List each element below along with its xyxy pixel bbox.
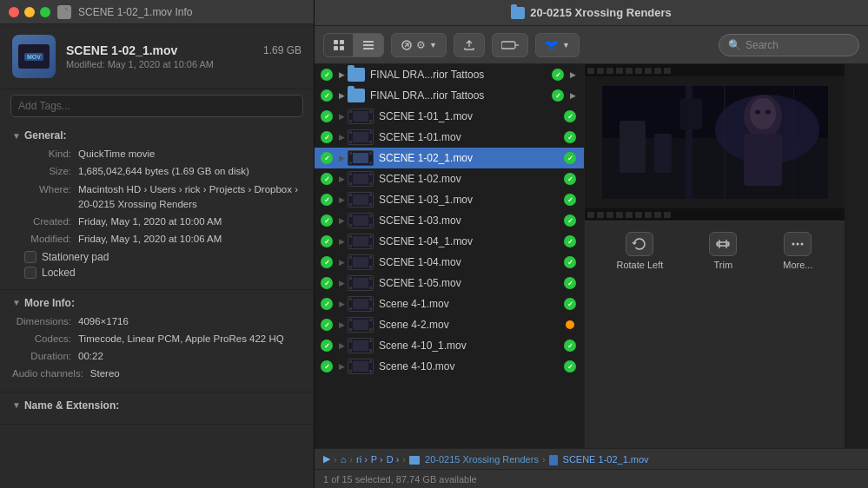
- svg-rect-83: [353, 340, 368, 351]
- close-button[interactable]: [9, 7, 19, 17]
- name-extension-title: Name & Extension:: [24, 399, 119, 412]
- finder-window-title: 20-0215 Xrossing Renders: [530, 6, 672, 19]
- svg-rect-89: [353, 361, 368, 372]
- duration-value: 00:22: [78, 349, 301, 364]
- status-icon-left: [320, 193, 334, 207]
- stationery-label: Stationery pad: [42, 251, 109, 263]
- svg-rect-50: [349, 245, 352, 247]
- list-item[interactable]: ▶SCENE 1-01.mov: [315, 127, 584, 148]
- view-mode-group: [323, 33, 384, 57]
- maximize-button[interactable]: [40, 7, 50, 17]
- finder-titlebar: 20-0215 Xrossing Renders: [315, 0, 868, 26]
- svg-rect-31: [349, 173, 352, 175]
- file-thumbnail: [348, 192, 374, 208]
- svg-rect-59: [353, 257, 368, 267]
- svg-rect-5: [363, 41, 374, 43]
- breadcrumb-p[interactable]: P ›: [371, 454, 383, 465]
- file-name-cell: SCENE 1-05.mov: [379, 277, 561, 289]
- status-icon-right: [561, 110, 579, 122]
- list-item[interactable]: ▶Scene 4-1.mov: [315, 293, 584, 314]
- status-icon-left: [320, 151, 334, 165]
- svg-rect-16: [353, 111, 368, 122]
- icon-view-button[interactable]: [324, 34, 354, 56]
- file-info-text: SCENE 1-02_1.mov 1.69 GB Modified: May 1…: [66, 43, 301, 69]
- list-item[interactable]: ▶SCENE 1-02_1.mov: [315, 148, 584, 168]
- svg-rect-12: [349, 110, 352, 113]
- list-item[interactable]: ▶SCENE 1-03.mov: [315, 210, 584, 231]
- svg-rect-77: [353, 320, 368, 330]
- stationery-row: Stationery pad: [24, 251, 301, 263]
- file-thumbnail: [348, 296, 374, 312]
- file-thumbnail: [348, 213, 374, 228]
- minimize-button[interactable]: [24, 7, 35, 17]
- status-icon-right: [549, 69, 567, 81]
- more-button[interactable]: More...: [783, 232, 812, 270]
- list-item[interactable]: ▶Scene 4-2.mov: [315, 314, 584, 335]
- svg-rect-68: [349, 307, 352, 310]
- locked-checkbox[interactable]: [24, 267, 36, 279]
- name-extension-header[interactable]: ▼ Name & Extension:: [12, 399, 301, 412]
- share-button[interactable]: [454, 33, 485, 57]
- list-item[interactable]: ▶SCENE 1-05.mov: [315, 273, 584, 293]
- expand-arrow-icon[interactable]: ▶: [335, 89, 348, 102]
- breadcrumb-ri[interactable]: ri ›: [356, 454, 368, 465]
- breadcrumb-root[interactable]: ⌂: [341, 454, 347, 465]
- codecs-row: Codecs: Timecode, Linear PCM, Apple ProR…: [12, 332, 301, 346]
- status-icon-right: [561, 340, 579, 352]
- svg-rect-51: [369, 235, 372, 238]
- more-info-header[interactable]: ▼ More Info:: [12, 297, 301, 309]
- svg-rect-69: [369, 298, 372, 300]
- action-button[interactable]: ⚙ ▼: [391, 33, 447, 57]
- svg-rect-71: [353, 299, 368, 309]
- list-item[interactable]: ▶SCENE 1-04_1.mov: [315, 231, 584, 252]
- expand-arrow-icon: ▶: [335, 152, 348, 164]
- expand-arrow-icon[interactable]: ▶: [335, 69, 348, 81]
- svg-rect-102: [724, 86, 726, 199]
- tags-field[interactable]: Add Tags...: [10, 95, 303, 117]
- file-name-cell: SCENE 1-02_1.mov: [379, 152, 561, 164]
- svg-rect-56: [349, 266, 352, 268]
- list-item[interactable]: ▶FINAL DRA...rior Tattoos▶: [315, 64, 584, 85]
- svg-rect-7: [363, 48, 374, 49]
- tag-button[interactable]: [492, 33, 528, 57]
- list-item[interactable]: ▶FINAL DRA...rior Tattoos▶: [315, 85, 584, 106]
- dropbox-button[interactable]: ▼: [535, 33, 580, 57]
- svg-rect-53: [353, 236, 368, 247]
- size-label: Size:: [12, 164, 71, 179]
- svg-rect-73: [349, 319, 352, 321]
- search-input[interactable]: [745, 39, 850, 51]
- breadcrumb-file[interactable]: SCENE 1-02_1.mov: [549, 454, 649, 465]
- file-icon: MOV: [12, 35, 56, 78]
- info-titlebar: SCENE 1-02_1.mov Info: [0, 0, 314, 24]
- breadcrumb-home[interactable]: ▶: [323, 453, 330, 465]
- list-view-button[interactable]: [354, 34, 383, 56]
- stationery-checkbox[interactable]: [24, 251, 36, 263]
- svg-rect-76: [369, 328, 372, 331]
- locked-label: Locked: [42, 267, 76, 279]
- status-icon-left: [320, 339, 334, 353]
- rotate-left-button[interactable]: Rotate Left: [616, 232, 663, 270]
- svg-point-109: [792, 243, 795, 246]
- list-item[interactable]: ▶Scene 4-10_1.mov: [315, 335, 584, 356]
- kind-row: Kind: QuickTime movie: [12, 147, 301, 162]
- trim-button[interactable]: Trim: [709, 232, 737, 270]
- general-section-header[interactable]: ▼ General:: [12, 129, 301, 142]
- list-item[interactable]: ▶Scene 4-10.mov: [315, 356, 584, 377]
- status-icon-left: [320, 68, 334, 82]
- status-icon-right: [561, 235, 579, 247]
- where-row: Where: Macintosh HD › Users › rick › Pro…: [12, 182, 301, 213]
- svg-rect-94: [654, 134, 672, 173]
- list-item[interactable]: ▶SCENE 1-04.mov: [315, 252, 584, 273]
- list-item[interactable]: ▶SCENE 1-02.mov: [315, 168, 584, 189]
- file-name-cell: Scene 4-10_1.mov: [379, 340, 561, 352]
- list-item[interactable]: ▶SCENE 1-03_1.mov: [315, 189, 584, 210]
- status-icon-right: [561, 131, 579, 143]
- name-ext-triangle-icon: ▼: [12, 400, 21, 410]
- status-icon-left: [320, 214, 334, 228]
- file-name-cell: Scene 4-2.mov: [379, 319, 561, 331]
- expand-arrow-icon: ▶: [335, 298, 348, 310]
- breadcrumb-folder[interactable]: 20-0215 Xrossing Renders: [409, 454, 539, 465]
- file-thumbnail: [348, 150, 374, 166]
- list-item[interactable]: ▶SCENE 1-01_1.mov: [315, 106, 584, 127]
- breadcrumb-d[interactable]: D ›: [387, 454, 400, 465]
